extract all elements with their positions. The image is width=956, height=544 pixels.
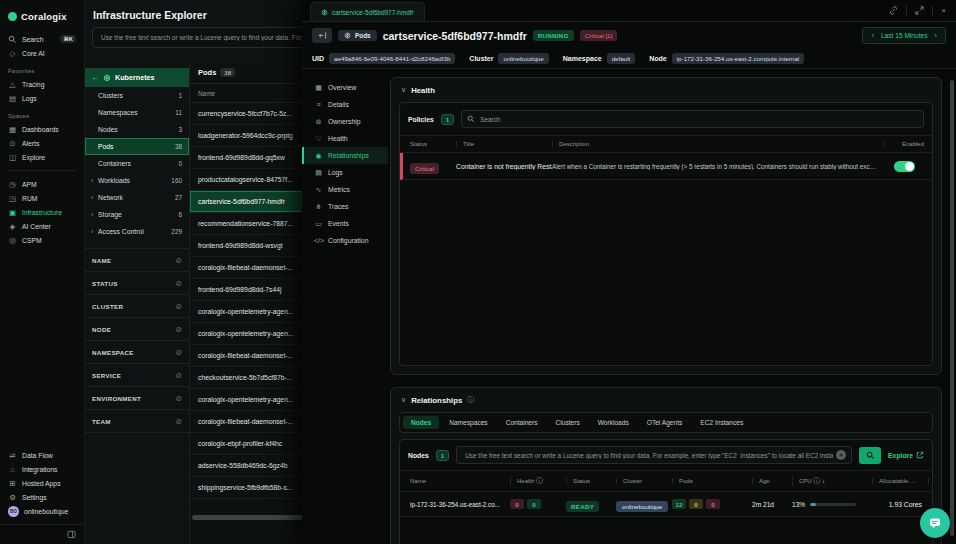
sidebar-item[interactable]: ◈ AI Center [0,219,84,233]
node-cluster-chip[interactable]: onlineboutique [616,501,668,512]
column-name[interactable]: Name [410,478,510,484]
enabled-toggle[interactable] [894,161,915,172]
relationships-tab[interactable]: OTel Agents [639,416,691,429]
tree-item[interactable]: Storage 6 [85,206,189,223]
dock-panel-button[interactable] [312,28,332,43]
tree-item[interactable]: Access Control 229 [85,223,189,240]
policy-row[interactable]: Critical Container is not frequently Res… [400,153,932,180]
sidebar-item[interactable]: ▣ Infrastructure [0,205,84,219]
detail-nav-item[interactable]: ♡ Health [302,130,388,147]
detail-nav-item[interactable]: ◉ Relationships [302,147,388,164]
filter-row[interactable]: STATUS [85,272,189,295]
expand-icon[interactable] [915,6,924,15]
permalink-icon[interactable] [889,6,898,15]
sidebar-item[interactable]: ⊞ Hosted Apps [0,476,84,490]
column-title[interactable]: Title [456,141,552,147]
filter-row[interactable]: TEAM [85,410,189,433]
sidebar-item-account[interactable]: BO onlineboutique [0,504,84,518]
detail-nav-item[interactable]: ⋔ Traces [302,198,388,215]
relationships-search-input[interactable] [456,446,852,464]
relationships-tab[interactable]: Nodes [403,416,439,429]
tree-item[interactable]: Network 27 [85,189,189,206]
sidebar-item[interactable]: ◫ Explore [0,150,84,164]
chevron-down-icon[interactable]: ∨ [401,86,406,94]
filter-row[interactable]: NAME [85,249,189,272]
sidebar-item[interactable]: △ Tracing [0,77,84,91]
sidebar-item[interactable]: ⊙ Alerts [0,136,84,150]
column-age[interactable]: Age [752,478,792,484]
filter-menu-icon[interactable] [175,325,182,334]
chevron-down-icon[interactable]: ∨ [401,396,406,404]
tree-item[interactable]: Nodes 3 [85,121,189,138]
time-range-picker[interactable]: ‹ Last 15 Minutes › [862,27,946,44]
filter-menu-icon[interactable] [175,279,182,288]
critical-badge[interactable]: Critical [1] [580,30,618,41]
column-enabled[interactable]: Enabled [884,141,924,147]
detail-nav-item[interactable]: ▤ Logs [302,164,388,181]
filter-menu-icon[interactable] [175,417,182,426]
sidebar-item[interactable]: ▦ Dashboards [0,122,84,136]
column-allocatable[interactable]: Allocatable ... [872,478,928,484]
sidebar-item[interactable]: ▤ Logs [0,91,84,105]
sidebar-item[interactable]: ⇌ Data Flow [0,448,84,462]
filter-menu-icon[interactable] [175,348,182,357]
filter-row[interactable]: NODE [85,318,189,341]
column-cpu[interactable]: CPU ⓘ ↓ [792,476,872,486]
column-status[interactable]: Status [566,478,616,484]
relationships-tab[interactable]: EC2 Instances [692,416,751,429]
tree-item[interactable]: Pods 38 [85,138,189,155]
chat-button[interactable] [920,508,950,538]
node-value-chip[interactable]: ip-172-31-36-254.us-east-2.compute.inter… [672,53,804,64]
detail-nav-item[interactable]: ⊚ Ownership [302,113,388,130]
column-health[interactable]: Health ⓘ [510,476,566,486]
detail-tab[interactable]: cartservice-5df6bd977-hmdfr [310,2,425,21]
search-button[interactable] [859,447,881,464]
column-cluster[interactable]: Cluster [616,478,672,484]
sidebar-item[interactable]: ◳ RUM [0,191,84,205]
clear-search-icon[interactable]: × [836,450,846,460]
detail-nav-item[interactable]: ▦ Overview [302,79,388,96]
prev-time-range-icon[interactable]: ‹ [871,31,874,40]
detail-nav-item[interactable]: ≡ Details [302,96,388,113]
filter-row[interactable]: ENVIRONMENT [85,387,189,410]
filter-row[interactable]: SERVICE [85,364,189,387]
tree-header-kubernetes[interactable]: ← Kubernetes [85,68,189,87]
breadcrumb-pods-chip[interactable]: Pods [338,30,377,41]
detail-nav-item[interactable]: </> Configuration [302,232,388,249]
sidebar-item-core-ai[interactable]: ◇ Core AI [0,46,84,60]
filter-menu-icon[interactable] [175,394,182,403]
policies-search-input[interactable] [461,110,924,128]
namespace-value-chip[interactable]: default [607,53,636,64]
sidebar-item[interactable]: ⚙ Settings [0,490,84,504]
close-icon[interactable]: × [941,6,946,15]
tree-item[interactable]: Clusters 1 [85,87,189,104]
filter-row[interactable]: CLUSTER [85,295,189,318]
collapse-sidebar-icon[interactable] [67,530,76,539]
cluster-value-chip[interactable]: onlineboutique [498,53,548,64]
sidebar-item[interactable]: ◷ APM [0,177,84,191]
relationships-tab[interactable]: Workloads [590,416,637,429]
column-status[interactable]: Status [410,141,456,147]
relationships-tab[interactable]: Namespaces [441,416,495,429]
tree-item[interactable]: Workloads 160 [85,172,189,189]
uid-value-chip[interactable]: ae49a846-6e09-4046-8441-d2c8246adf3b [329,53,455,64]
next-time-range-icon[interactable]: › [935,31,938,40]
back-arrow-icon[interactable]: ← [91,73,99,82]
column-pods[interactable]: Pods [672,478,752,484]
relationships-tab[interactable]: Containers [498,416,546,429]
detail-nav-item[interactable]: ▭ Events [302,215,388,232]
filter-menu-icon[interactable] [175,302,182,311]
tree-item[interactable]: Containers 0 [85,155,189,172]
coralogix-logo[interactable]: Coralogix [0,8,84,24]
node-row[interactable]: ip-172-31-36-254.us-east-2.co... 0 0 REA… [400,492,932,517]
tree-item[interactable]: Namespaces 11 [85,104,189,121]
explore-link[interactable]: Explore [888,451,924,459]
column-cpu-capacity[interactable]: CPU Capa... [928,478,933,484]
column-description[interactable]: Description [552,141,884,147]
sidebar-item-search[interactable]: Search ⌘K [0,32,84,46]
sidebar-item[interactable]: ◎ CSPM [0,233,84,247]
detail-nav-item[interactable]: ∿ Metrics [302,181,388,198]
filter-menu-icon[interactable] [175,371,182,380]
filter-menu-icon[interactable] [175,256,182,265]
vertical-scrollbar[interactable] [950,80,954,536]
